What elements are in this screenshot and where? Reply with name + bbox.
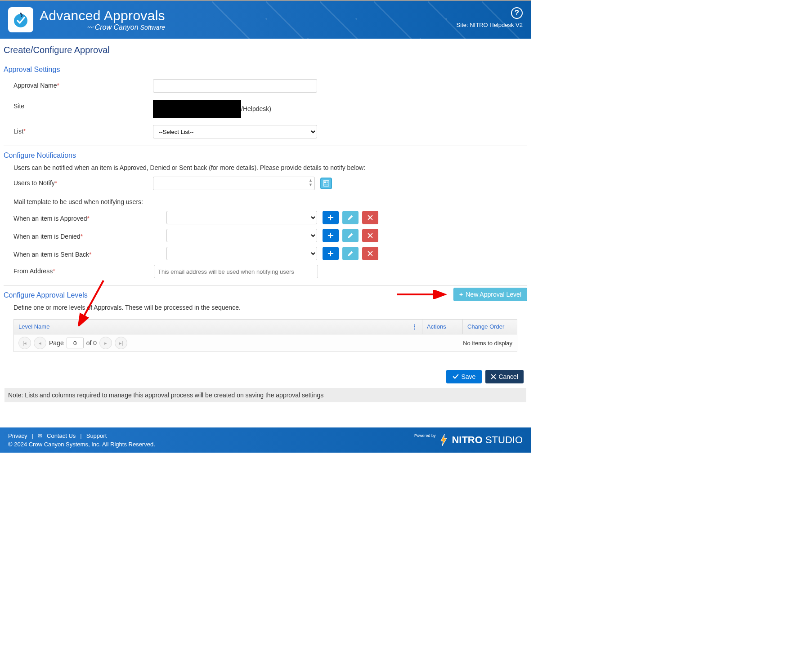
footer-contact-link[interactable]: Contact Us — [47, 432, 76, 439]
plus-icon — [327, 232, 334, 239]
notify-hint: Users can be notified when an item is Ap… — [4, 163, 527, 175]
sentback-tmpl-label: When an item is Sent Back* — [13, 249, 166, 258]
users-notify-input[interactable]: ▲▼ — [153, 177, 315, 190]
list-label: List* — [13, 125, 153, 135]
close-icon — [367, 214, 373, 221]
chevron-down-icon[interactable]: ▼ — [309, 182, 313, 187]
denied-tmpl-select[interactable] — [166, 229, 317, 242]
sentback-delete-button[interactable] — [362, 247, 378, 260]
footer-privacy-link[interactable]: Privacy — [8, 432, 27, 439]
approved-delete-button[interactable] — [362, 211, 378, 224]
mail-icon: ✉ — [38, 433, 42, 439]
page-input[interactable] — [67, 338, 84, 348]
approved-tmpl-select[interactable] — [166, 211, 317, 224]
section-approval-settings: Approval Settings — [4, 60, 527, 77]
close-icon — [491, 374, 496, 379]
approval-name-label: Approval Name* — [13, 79, 153, 89]
sentback-tmpl-select[interactable] — [166, 247, 317, 260]
app-subtitle: 〰 Crow Canyon Software — [87, 23, 165, 31]
page-last-button[interactable]: ▸| — [115, 337, 127, 349]
sentback-add-button[interactable] — [323, 247, 339, 260]
page-label: Page — [49, 339, 64, 347]
pencil-icon — [347, 232, 354, 239]
denied-edit-button[interactable] — [342, 229, 359, 242]
denied-delete-button[interactable] — [362, 229, 378, 242]
list-select[interactable]: --Select List-- — [153, 125, 317, 138]
plus-icon — [327, 250, 334, 257]
denied-add-button[interactable] — [323, 229, 339, 242]
approved-tmpl-label: When an item is Approved* — [13, 213, 166, 222]
help-icon[interactable]: ? — [511, 7, 523, 19]
annotation-arrow-2 — [395, 290, 449, 299]
mail-tmpl-header: Mail template to be used when notifying … — [4, 196, 527, 209]
site-redacted — [153, 100, 241, 118]
close-icon — [367, 232, 373, 239]
users-notify-label: Users to Notify* — [13, 177, 153, 187]
plus-icon — [327, 214, 334, 221]
close-icon — [367, 250, 373, 257]
approved-add-button[interactable] — [323, 211, 339, 224]
addressbook-icon — [323, 180, 329, 187]
note-bar: Note: Lists and columns required to mana… — [4, 388, 526, 402]
plus-icon: + — [459, 291, 463, 298]
cancel-button[interactable]: Cancel — [485, 370, 524, 383]
page-of: of 0 — [86, 339, 97, 347]
save-button[interactable]: Save — [446, 370, 482, 383]
site-suffix: /Helpdesk) — [241, 105, 271, 112]
people-picker-button[interactable] — [320, 178, 332, 189]
check-icon — [453, 374, 459, 380]
from-address-input[interactable] — [154, 265, 318, 278]
footer-copyright: © 2024 Crow Canyon Systems, Inc. All Rig… — [8, 441, 155, 448]
pencil-icon — [347, 214, 354, 221]
col-change-order: Change Order — [463, 320, 517, 334]
section-approval-levels: Configure Approval Levels — [4, 286, 88, 303]
levels-hint: Define one or more levels of Approvals. … — [4, 303, 527, 315]
page-next-button[interactable]: ▸ — [99, 337, 112, 349]
col-level-name[interactable]: Level Name — [18, 323, 49, 330]
site-indicator: Site: NITRO Helpdesk V2 — [457, 22, 523, 28]
levels-grid: Level Name⋮ Actions Change Order |◂ ◂ Pa… — [13, 319, 517, 352]
column-menu-icon[interactable]: ⋮ — [412, 323, 417, 330]
approved-edit-button[interactable] — [342, 211, 359, 224]
app-logo — [8, 7, 33, 32]
app-header: Advanced Approvals 〰 Crow Canyon Softwar… — [0, 0, 531, 39]
svg-point-1 — [20, 13, 22, 14]
col-actions: Actions — [422, 320, 463, 334]
site-label: Site — [13, 100, 153, 110]
denied-tmpl-label: When an item is Denied* — [13, 231, 166, 240]
footer-support-link[interactable]: Support — [86, 432, 107, 439]
page-prev-button[interactable]: ◂ — [34, 337, 46, 349]
page-first-button[interactable]: |◂ — [18, 337, 31, 349]
page-title: Create/Configure Approval — [4, 42, 527, 60]
bolt-icon — [438, 433, 449, 447]
pencil-icon — [347, 250, 354, 257]
nitro-brand: Powered by NITROSTUDIO — [414, 433, 523, 447]
new-approval-level-button[interactable]: +New Approval Level — [453, 288, 527, 301]
svg-rect-3 — [324, 182, 326, 183]
svg-point-0 — [14, 14, 27, 27]
section-notifications: Configure Notifications — [4, 146, 527, 163]
approval-name-input[interactable] — [153, 79, 317, 93]
grid-empty-text: No items to display — [463, 340, 512, 347]
chevron-up-icon[interactable]: ▲ — [309, 178, 313, 182]
app-title: Advanced Approvals — [40, 8, 165, 23]
wing-icon: 〰 — [87, 24, 93, 31]
sentback-edit-button[interactable] — [342, 247, 359, 260]
from-address-label: From Address* — [13, 265, 154, 275]
app-footer: Privacy | ✉ Contact Us | Support © 2024 … — [0, 427, 531, 453]
